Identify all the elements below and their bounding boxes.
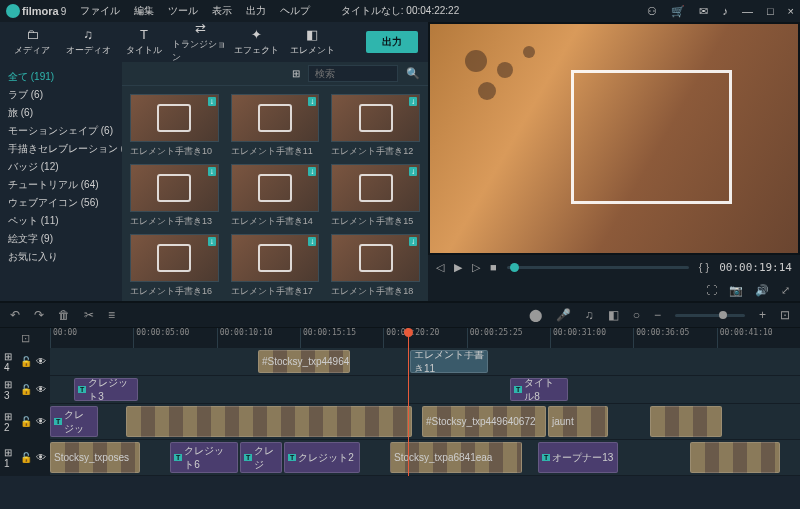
element-item[interactable]: ↓エレメント手書き14 [231, 164, 320, 228]
download-badge-icon[interactable]: ↓ [409, 97, 417, 106]
clip[interactable]: Tクレジット6 [170, 442, 238, 473]
sidebar-item[interactable]: 全て (191) [8, 68, 114, 86]
clip[interactable] [650, 406, 722, 437]
element-item[interactable]: ↓エレメント手書き16 [130, 234, 219, 298]
eye-icon[interactable]: 👁 [36, 416, 46, 427]
sidebar-item[interactable]: ペット (11) [8, 212, 114, 230]
clip[interactable]: Tクレジッ [50, 406, 98, 437]
mail-icon[interactable]: ✉ [699, 5, 708, 18]
sidebar-item[interactable]: 旅 (6) [8, 104, 114, 122]
next-frame-icon[interactable]: ▷ [472, 261, 480, 274]
clip[interactable]: #Stocksy_txp44964( [258, 350, 350, 373]
zoom-in-icon[interactable]: + [759, 308, 766, 322]
zoom-fit-icon[interactable]: ⊡ [780, 308, 790, 322]
clip[interactable]: Tクレジ [240, 442, 282, 473]
element-item[interactable]: ↓エレメント手書き12 [331, 94, 420, 158]
volume-icon[interactable]: 🔊 [755, 284, 769, 297]
menu-file[interactable]: ファイル [80, 4, 120, 18]
marker-icon[interactable]: ○ [633, 308, 640, 322]
track-body[interactable]: Stocksy_txposesTクレジット6TクレジTクレジット2Stocksy… [50, 440, 800, 475]
clip[interactable]: Stocksy_txpa6841eaa [390, 442, 522, 473]
clip[interactable]: エレメント手書き11 [410, 350, 488, 373]
menu-edit[interactable]: 編集 [134, 4, 154, 18]
eye-icon[interactable]: 👁 [36, 452, 46, 463]
lock-icon[interactable]: 🔓 [20, 356, 32, 367]
close-icon[interactable]: × [788, 5, 794, 17]
undo-icon[interactable]: ↶ [10, 308, 20, 322]
adjust-icon[interactable]: ≡ [108, 308, 115, 322]
menu-tools[interactable]: ツール [168, 4, 198, 18]
tab-エフェクト[interactable]: ✦エフェクト [228, 24, 284, 60]
eye-icon[interactable]: 👁 [36, 384, 46, 395]
grid-view-icon[interactable]: ⊞ [292, 68, 300, 79]
element-item[interactable]: ↓エレメント手書き15 [331, 164, 420, 228]
time-ruler[interactable]: 00:0000:00:05:0000:00:10:1000:00:15:1500… [50, 328, 800, 348]
track-body[interactable]: Tクレジット3Tタイトル8 [50, 376, 800, 403]
clip[interactable]: Tクレジット3 [74, 378, 138, 401]
element-item[interactable]: ↓エレメント手書き11 [231, 94, 320, 158]
playback-slider[interactable] [507, 266, 689, 269]
mic-icon[interactable]: 🎤 [556, 308, 571, 322]
sidebar-item[interactable]: 手描きセレブレーション (21) [8, 140, 114, 158]
download-badge-icon[interactable]: ↓ [208, 97, 216, 106]
redo-icon[interactable]: ↷ [34, 308, 44, 322]
sidebar-item[interactable]: モーションシェイプ (6) [8, 122, 114, 140]
download-badge-icon[interactable]: ↓ [208, 167, 216, 176]
tab-タイトル[interactable]: Tタイトル [116, 24, 172, 60]
clip[interactable]: Stocksy_txposes [50, 442, 140, 473]
playhead[interactable] [408, 328, 409, 476]
user-icon[interactable]: ⚇ [647, 5, 657, 18]
download-badge-icon[interactable]: ↓ [409, 167, 417, 176]
clip[interactable]: Tクレジット2 [284, 442, 360, 473]
eye-icon[interactable]: 👁 [36, 356, 46, 367]
lock-icon[interactable]: 🔓 [20, 384, 32, 395]
tab-メディア[interactable]: 🗀メディア [4, 24, 60, 60]
split-icon[interactable]: ✂ [84, 308, 94, 322]
download-badge-icon[interactable]: ↓ [208, 237, 216, 246]
menu-output[interactable]: 出力 [246, 4, 266, 18]
menu-help[interactable]: ヘルプ [280, 4, 310, 18]
menu-view[interactable]: 表示 [212, 4, 232, 18]
download-badge-icon[interactable]: ↓ [308, 237, 316, 246]
tab-エレメント[interactable]: ◧エレメント [284, 24, 340, 60]
clip[interactable] [690, 442, 780, 473]
element-item[interactable]: ↓エレメント手書き13 [130, 164, 219, 228]
download-badge-icon[interactable]: ↓ [308, 167, 316, 176]
sidebar-item[interactable]: 絵文字 (9) [8, 230, 114, 248]
sidebar-item[interactable]: チュートリアル (64) [8, 176, 114, 194]
search-icon[interactable]: 🔍 [406, 67, 420, 80]
expand-icon[interactable]: ⤢ [781, 284, 790, 297]
loop-icon[interactable]: { } [699, 261, 709, 273]
element-item[interactable]: ↓エレメント手書き10 [130, 94, 219, 158]
screenshot-icon[interactable]: 📷 [729, 284, 743, 297]
sidebar-item[interactable]: お気に入り [8, 248, 114, 266]
clip[interactable] [126, 406, 412, 437]
clip[interactable]: #Stocksy_txp449640672 [422, 406, 546, 437]
sidebar-item[interactable]: バッジ (12) [8, 158, 114, 176]
color-icon[interactable]: ◧ [608, 308, 619, 322]
zoom-slider[interactable] [675, 314, 745, 317]
maximize-icon[interactable]: □ [767, 5, 774, 17]
cart-icon[interactable]: 🛒 [671, 5, 685, 18]
play-icon[interactable]: ▶ [454, 261, 462, 274]
notify-icon[interactable]: ♪ [722, 5, 728, 17]
music-icon[interactable]: ♫ [585, 308, 594, 322]
tab-オーディオ[interactable]: ♫オーディオ [60, 24, 116, 60]
search-input[interactable] [308, 65, 398, 82]
download-badge-icon[interactable]: ↓ [409, 237, 417, 246]
download-badge-icon[interactable]: ↓ [308, 97, 316, 106]
lock-icon[interactable]: 🔓 [20, 416, 32, 427]
stop-icon[interactable]: ■ [490, 261, 497, 273]
sidebar-item[interactable]: ラブ (6) [8, 86, 114, 104]
track-body[interactable]: Tクレジッ#Stocksy_txp449640672jaunt [50, 404, 800, 439]
element-item[interactable]: ↓エレメント手書き17 [231, 234, 320, 298]
preview-viewport[interactable] [430, 24, 798, 253]
clip[interactable]: Tオープナー13 [538, 442, 618, 473]
fullscreen-icon[interactable]: ⛶ [706, 284, 717, 296]
clip[interactable]: jaunt [548, 406, 608, 437]
clip[interactable]: Tタイトル8 [510, 378, 568, 401]
minimize-icon[interactable]: — [742, 5, 753, 17]
prev-frame-icon[interactable]: ◁ [436, 261, 444, 274]
sidebar-item[interactable]: ウェブアイコン (56) [8, 194, 114, 212]
track-body[interactable]: #Stocksy_txp44964(エレメント手書き11 [50, 348, 800, 375]
